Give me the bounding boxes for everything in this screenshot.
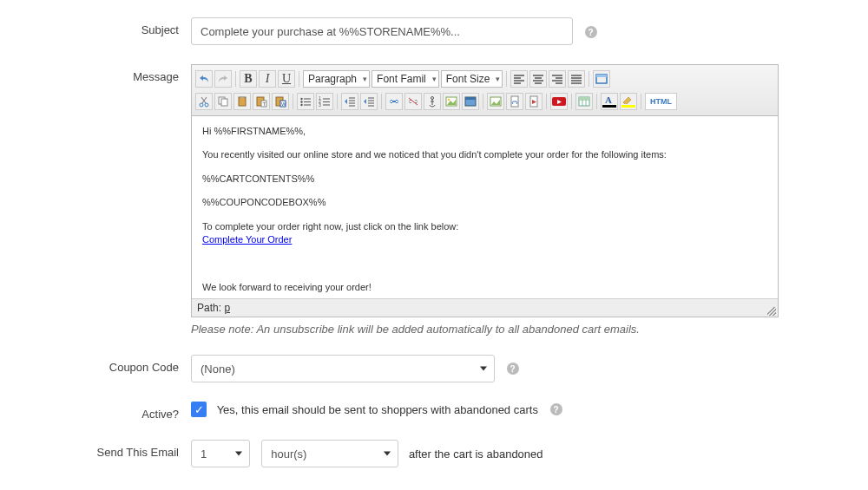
unlink-icon[interactable] <box>404 93 422 110</box>
svg-rect-25 <box>465 97 476 100</box>
image-icon[interactable] <box>443 93 460 110</box>
editor-content[interactable]: Hi %%FIRSTNAME%%, You recently visited o… <box>192 116 778 298</box>
youtube-icon[interactable] <box>550 93 568 110</box>
align-center-icon[interactable] <box>529 70 547 88</box>
align-right-icon[interactable] <box>549 70 566 88</box>
send-after-text: after the cart is abandoned <box>409 448 543 461</box>
svg-point-3 <box>205 103 208 107</box>
paste-text-icon[interactable]: T <box>253 93 270 110</box>
editor-toolbar: B I U Paragraph Font Famil Font Size <box>192 65 778 116</box>
editor-line: We look forward to receiving your order! <box>202 281 767 294</box>
html-button[interactable]: HTML <box>645 93 677 110</box>
copy-icon[interactable] <box>214 93 232 110</box>
send-qty-select[interactable]: 1 <box>191 440 250 467</box>
coupon-select[interactable]: (None) <box>191 355 495 382</box>
svg-text:3: 3 <box>319 102 321 107</box>
active-description: Yes, this email should be sent to shoppe… <box>217 403 538 416</box>
cut-icon[interactable] <box>195 93 213 110</box>
svg-rect-7 <box>240 96 244 98</box>
help-icon[interactable]: ? <box>585 26 597 38</box>
align-justify-icon[interactable] <box>568 70 585 88</box>
svg-rect-5 <box>221 99 227 106</box>
font-size-select[interactable]: Font Size <box>441 70 503 88</box>
svg-point-23 <box>448 99 450 101</box>
message-label: Message <box>9 64 191 83</box>
editor-path-bar: Path: p <box>192 298 778 317</box>
align-left-icon[interactable] <box>510 70 528 88</box>
underline-button[interactable]: U <box>278 70 295 88</box>
editor-line: You recently visited our online store an… <box>202 148 767 161</box>
media-icon[interactable] <box>462 93 479 110</box>
redo-icon[interactable] <box>214 70 232 88</box>
bold-button[interactable]: B <box>240 70 257 88</box>
svg-text:T: T <box>263 101 266 107</box>
table-icon[interactable] <box>575 93 593 110</box>
editor-line: Hi %%FIRSTNAME%%, <box>202 125 767 138</box>
font-family-select[interactable]: Font Famil <box>372 70 439 88</box>
subject-label: Subject <box>9 17 191 36</box>
svg-point-15 <box>300 101 302 102</box>
editor-line: To complete your order right now, just c… <box>202 220 767 247</box>
indent-icon[interactable] <box>360 93 378 110</box>
bullet-list-icon[interactable] <box>297 93 314 110</box>
svg-point-2 <box>200 103 203 107</box>
anchor-icon[interactable] <box>424 93 441 110</box>
outdent-icon[interactable] <box>341 93 358 110</box>
number-list-icon[interactable]: 123 <box>316 93 333 110</box>
image-tool-icon[interactable] <box>487 93 504 110</box>
svg-rect-34 <box>579 97 589 100</box>
complete-order-link[interactable]: Complete Your Order <box>202 234 292 245</box>
format-select[interactable]: Paragraph <box>303 70 370 88</box>
paste-word-icon[interactable]: W <box>272 93 289 110</box>
svg-rect-1 <box>596 75 607 77</box>
link-icon[interactable] <box>385 93 403 110</box>
link-file-icon[interactable] <box>506 93 523 110</box>
paste-icon[interactable] <box>233 93 251 110</box>
editor-line: %%CARTCONTENTS%% <box>202 173 767 186</box>
text-color-icon[interactable]: A <box>601 93 618 110</box>
help-icon[interactable]: ? <box>507 363 519 375</box>
italic-button[interactable]: I <box>259 70 276 88</box>
editor-line: %%COUPONCODEBOX%% <box>202 196 767 209</box>
undo-icon[interactable] <box>195 70 213 88</box>
subject-input[interactable] <box>191 17 573 45</box>
rich-text-editor: B I U Paragraph Font Famil Font Size <box>191 64 779 317</box>
help-icon[interactable]: ? <box>550 403 562 415</box>
unsubscribe-note: Please note: An unsubscribe link will be… <box>191 323 779 336</box>
send-unit-select[interactable]: hour(s) <box>261 440 398 467</box>
highlight-color-icon[interactable] <box>620 93 637 110</box>
fullscreen-icon[interactable] <box>593 70 610 88</box>
svg-point-16 <box>300 104 302 106</box>
svg-point-14 <box>300 98 302 100</box>
active-label: Active? <box>9 402 191 421</box>
svg-text:W: W <box>281 101 286 107</box>
video-file-icon[interactable] <box>525 93 542 110</box>
active-checkbox[interactable]: ✓ <box>191 402 207 417</box>
svg-rect-6 <box>239 97 246 106</box>
send-label: Send This Email <box>9 440 191 459</box>
resize-handle-icon[interactable] <box>767 307 776 316</box>
coupon-label: Coupon Code <box>9 355 191 374</box>
